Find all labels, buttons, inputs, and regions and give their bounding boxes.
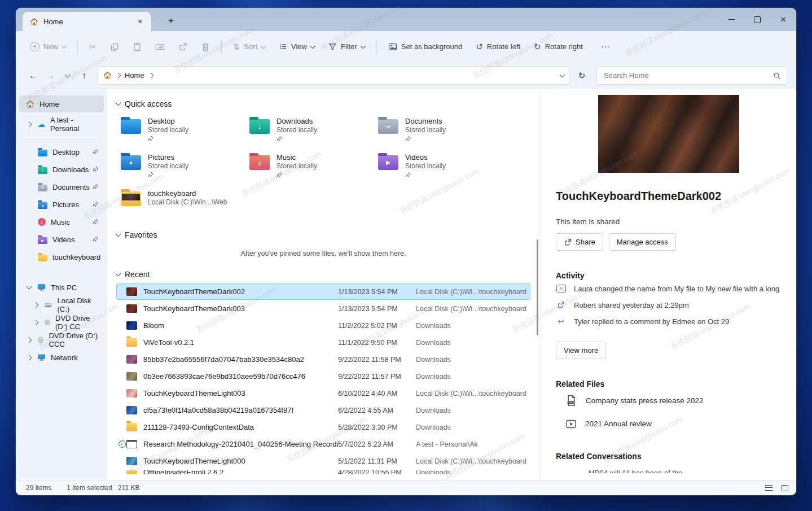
search-input[interactable]	[603, 71, 773, 80]
chevron-right-icon[interactable]	[26, 123, 32, 126]
rotate-left-icon: ↺	[476, 42, 483, 52]
paste-button[interactable]	[126, 37, 148, 57]
details-view-toggle-icon[interactable]	[765, 485, 773, 491]
tab-home[interactable]: Home ×	[23, 12, 151, 31]
sidebar-item-videos[interactable]: ▶ Videos	[19, 231, 104, 248]
sidebar-item-onedrive[interactable]: ☁ A test - Personal	[19, 116, 104, 133]
scrollbar-thumb[interactable]	[537, 239, 538, 335]
section-recent[interactable]: Recent	[116, 268, 530, 281]
shared-status-text: This item is shared	[556, 217, 782, 226]
sort-button[interactable]: ⇅ Sort	[227, 37, 271, 57]
chevron-right-icon[interactable]	[33, 321, 39, 325]
section-favorites[interactable]: Favorites	[116, 228, 530, 242]
sidebar-item-dvd-drive-2[interactable]: DVD Drive (D:) CCC	[19, 331, 104, 348]
sidebar-item-this-pc[interactable]: This PC	[19, 279, 104, 296]
paste-icon	[133, 42, 142, 51]
view-more-button[interactable]: View more	[556, 342, 606, 359]
rotate-right-button[interactable]: ↻ Rotate right	[528, 37, 589, 57]
file-row[interactable]: 0b3ee7663893cae76e9bd310aee59b70d76cc476…	[116, 368, 530, 385]
share-button-toolbar[interactable]	[172, 37, 194, 57]
picture-icon	[388, 42, 397, 51]
refresh-button[interactable]: ↻	[573, 67, 591, 84]
sidebar-item-dvd-drive-1[interactable]: DVD Drive (D:) CC	[19, 314, 104, 331]
file-row[interactable]: ✓ Research Methodology-20210401_040256-M…	[116, 436, 530, 452]
filter-button[interactable]: Filter	[322, 37, 371, 57]
minimize-button[interactable]	[718, 8, 744, 31]
rename-button[interactable]: A	[149, 37, 171, 57]
delete-button[interactable]	[195, 37, 216, 57]
breadcrumb[interactable]: Home	[97, 66, 569, 85]
details-file-title: TouchKeyboardThemeDark002	[556, 190, 782, 203]
manage-access-button[interactable]: Manage access	[609, 233, 676, 251]
file-row[interactable]: TouchKeyboardThemeLight000 5/1/2022 11:3…	[116, 453, 530, 469]
related-file-item[interactable]: 2021 Annual review	[556, 413, 782, 435]
sidebar-item-pictures[interactable]: ▲ Pictures	[19, 196, 104, 213]
back-button[interactable]: ←	[25, 67, 42, 84]
pin-icon	[405, 172, 411, 178]
scrollbar-track[interactable]	[536, 91, 539, 478]
chevron-right-icon[interactable]	[33, 303, 39, 307]
copy-button[interactable]	[104, 37, 125, 57]
sidebar-item-music[interactable]: ♪ Music	[19, 213, 104, 230]
rotate-left-button[interactable]: ↺ Rotate left	[469, 37, 526, 57]
quick-access-music[interactable]: ♪ MusicStored locally	[249, 150, 378, 186]
recent-locations-button[interactable]	[59, 67, 76, 84]
file-row-clipped[interactable]: OfflineInsiderEnroll 2.6.2 4/28/2022 10:…	[116, 470, 530, 475]
file-row[interactable]: 211128-73493-ConfigContextData 5/28/2022…	[116, 419, 530, 435]
search-box[interactable]	[596, 66, 787, 85]
related-file-item[interactable]: PDF Company stats press release 2022	[556, 390, 782, 412]
more-options-button[interactable]: ⋯	[595, 37, 616, 57]
chevron-down-icon[interactable]	[26, 286, 32, 289]
plus-circle-icon: +	[30, 42, 39, 51]
breadcrumb-location[interactable]: Home	[125, 71, 144, 80]
sidebar-item-local-disk-c[interactable]: Local Disk (C:)	[19, 296, 104, 313]
large-icons-view-toggle-icon[interactable]	[782, 485, 788, 491]
pin-icon	[148, 172, 154, 178]
file-row[interactable]: TouchKeyboardThemeDark003 1/13/2023 5:54…	[116, 300, 530, 317]
sidebar-item-home[interactable]: Home	[19, 95, 104, 112]
view-button[interactable]: View	[273, 37, 321, 57]
cut-button[interactable]: ✂	[83, 37, 103, 57]
sidebar-item-documents[interactable]: ≡ Documents	[19, 178, 104, 195]
new-button[interactable]: + New	[24, 37, 72, 57]
address-dropdown-icon[interactable]	[560, 72, 565, 77]
share-button[interactable]: Share	[556, 233, 603, 251]
file-row[interactable]: ViVeTool-v0.2.1 11/1/2022 9:50 PM Downlo…	[116, 334, 530, 351]
file-row[interactable]: cf5a73fe0f1f4a0cd58a38b04219a0167354f87f…	[116, 402, 530, 418]
image-thumbnail	[126, 304, 137, 313]
chevron-right-icon[interactable]	[26, 338, 32, 342]
favorites-empty-text: After you've pinned some files, we'll sh…	[116, 250, 530, 257]
close-button[interactable]: ×	[770, 8, 796, 31]
toolbar-separator	[221, 40, 222, 54]
section-quick-access[interactable]: Quick access	[116, 97, 530, 111]
sidebar-item-label: Documents	[52, 183, 90, 191]
quick-access-desktop[interactable]: DesktopStored locally	[121, 114, 249, 150]
chevron-down-icon	[360, 43, 366, 49]
file-row[interactable]: 85bb37e2ba65556f7da07047bab330e3534c80a2…	[116, 351, 530, 368]
set-as-background-button[interactable]: Set as background	[382, 37, 468, 57]
new-label: New	[43, 42, 58, 51]
sidebar-item-touchkeyboard[interactable]: touchkeyboard	[19, 248, 104, 265]
file-row-selected[interactable]: TouchKeyboardThemeDark002 1/13/2023 5:54…	[116, 283, 530, 300]
quick-access-pictures[interactable]: ▲ PicturesStored locally	[121, 150, 249, 186]
maximize-button[interactable]	[744, 8, 770, 31]
dvd-icon	[37, 336, 44, 344]
quick-access-touchkeyboard[interactable]: touchkeyboardLocal Disk (C:)\Win...\Web	[121, 186, 249, 222]
chevron-right-icon[interactable]	[26, 356, 32, 360]
file-row[interactable]: TouchKeyboardThemeLight003 6/10/2022 4:4…	[116, 385, 530, 401]
quick-access-downloads[interactable]: ↓ DownloadsStored locally	[249, 114, 378, 150]
forward-button[interactable]: →	[42, 67, 59, 84]
file-row[interactable]: Bloom 11/2/2022 5:02 PM Downloads	[116, 317, 530, 334]
sidebar-item-network[interactable]: Network	[19, 349, 104, 366]
up-button[interactable]: ↑	[76, 67, 93, 84]
sidebar-item-downloads[interactable]: ↓ Downloads	[19, 161, 104, 178]
tab-close-icon[interactable]: ×	[134, 16, 146, 27]
quick-access-documents[interactable]: ≡ DocumentsStored locally	[378, 114, 507, 150]
share-icon	[178, 42, 187, 51]
new-tab-button[interactable]: +	[164, 14, 178, 28]
sidebar-item-desktop[interactable]: Desktop	[19, 143, 104, 160]
command-toolbar: + New ✂ A ⇅ Sort View	[16, 31, 796, 62]
quick-access-videos[interactable]: ▶ VideosStored locally	[378, 150, 507, 186]
conversation-preview-clipped[interactable]: MP04 will All has been of the	[556, 469, 782, 473]
activity-item: A Laura changed the name from My file to…	[556, 281, 782, 296]
